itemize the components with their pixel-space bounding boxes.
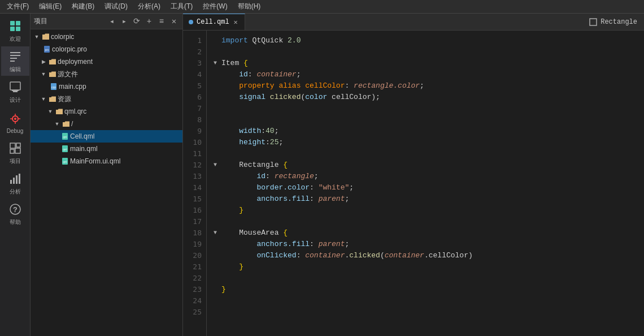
project-toolbar: 项目 ◂ ▸ ⟳ + ≡ ✕ xyxy=(31,14,182,29)
tree-item-colorpic-pro[interactable]: pro colorpic.pro xyxy=(31,43,182,55)
code-indent-19 xyxy=(221,239,256,250)
tab-cell-qml[interactable]: Cell.qml ✕ xyxy=(183,14,245,31)
code-anchors-fill-key-19: anchors.fill xyxy=(256,239,310,250)
line-num-4: 4 xyxy=(183,69,206,80)
fold-arrow-item[interactable]: ▼ xyxy=(214,58,221,69)
project-panel: 项目 ◂ ▸ ⟳ + ≡ ✕ ▼ colorpic pro colorpic xyxy=(31,14,183,336)
tree-item-main-qml[interactable]: qml main.qml xyxy=(31,143,182,155)
code-container-val: container xyxy=(256,69,296,80)
code-line-4: id : container ; xyxy=(214,69,639,80)
code-color-type: color xyxy=(305,92,327,103)
folder-resources-icon xyxy=(49,95,56,103)
code-colon-20: : xyxy=(297,250,306,261)
tree-item-cell-qml[interactable]: qml Cell.qml xyxy=(31,130,182,143)
svg-rect-3 xyxy=(16,27,20,31)
code-indent-20 xyxy=(221,250,256,261)
code-line-14: border.color : "white" ; xyxy=(214,182,639,193)
code-container-clicked: container xyxy=(305,250,345,261)
tab-close-cell-qml[interactable]: ✕ xyxy=(233,18,239,27)
code-editor: 1 2 3 4 5 6 7 8 9 10 11 12 13 14 15 16 1… xyxy=(183,31,644,336)
close-panel-button[interactable]: ✕ xyxy=(169,16,179,27)
svg-rect-0 xyxy=(10,21,15,25)
code-parent-val-15: parent xyxy=(319,193,345,205)
fold-placeholder-16 xyxy=(214,205,221,216)
tree-label-colorpic: colorpic xyxy=(51,33,74,41)
tree-item-main-cpp[interactable]: cpp main.cpp xyxy=(31,80,182,93)
expand-arrow-resources-icon: ▼ xyxy=(40,95,47,103)
fold-arrow-mousearea[interactable]: ▼ xyxy=(214,227,221,239)
code-line-21: } xyxy=(214,261,639,273)
code-rect-brace: { xyxy=(283,160,288,171)
tree-item-qmlqrc[interactable]: ▼ qml.qrc xyxy=(31,105,182,118)
menu-build[interactable]: 构建(B) xyxy=(67,1,99,12)
sidebar-item-edit[interactable]: 编辑 xyxy=(1,46,29,76)
svg-rect-20 xyxy=(15,148,20,153)
svg-rect-2 xyxy=(10,27,15,31)
main-layout: 欢迎 编辑 设计 xyxy=(0,14,644,336)
folder-source-icon xyxy=(49,70,56,78)
file-pro-icon: pro xyxy=(43,45,51,53)
code-line-6: signal clicked ( color cellColor ); xyxy=(214,92,639,103)
menu-file[interactable]: 文件(F) xyxy=(2,1,33,12)
fold-arrow-rect[interactable]: ▼ xyxy=(214,160,221,171)
sync-button[interactable]: ⟳ xyxy=(132,16,142,27)
design-label: 设计 xyxy=(10,96,21,104)
tree-label-deployment: deployment xyxy=(58,58,93,66)
line-num-17: 17 xyxy=(183,216,206,227)
tree-item-deployment[interactable]: ▶ deployment xyxy=(31,55,182,68)
sidebar-item-analyze[interactable]: 分析 xyxy=(1,169,29,198)
code-height-val: 25 xyxy=(270,137,279,148)
tree-item-sourcefile[interactable]: ▼ 源文件 xyxy=(31,68,182,80)
code-version: 2.0 xyxy=(288,35,301,46)
code-line-17 xyxy=(214,216,639,227)
filter-button[interactable]: ≡ xyxy=(156,16,167,27)
tab-rectangle[interactable]: Rectangle xyxy=(582,18,644,26)
fold-placeholder-2 xyxy=(214,46,221,58)
menu-edit[interactable]: 编辑(E) xyxy=(34,1,66,12)
sidebar-item-welcome[interactable]: 欢迎 xyxy=(1,16,29,45)
tree-label-resources: 资源 xyxy=(58,94,71,104)
svg-rect-5 xyxy=(10,55,20,56)
sidebar-item-project[interactable]: 项目 xyxy=(1,138,29,167)
add-button[interactable]: + xyxy=(144,16,154,27)
nav-back-button[interactable]: ◂ xyxy=(107,16,117,27)
code-rectangle-color: rectangle.color xyxy=(354,80,420,92)
menu-tools[interactable]: 工具(T) xyxy=(166,1,197,12)
code-mousearea-brace: { xyxy=(283,227,288,239)
code-dot2-20: . xyxy=(424,250,429,261)
menu-control[interactable]: 控件(W) xyxy=(198,1,232,12)
code-white-val: "white" xyxy=(319,182,350,193)
code-indent-12 xyxy=(221,160,239,171)
fold-placeholder-13 xyxy=(214,171,221,182)
line-num-19: 19 xyxy=(183,239,206,250)
folder-deployment-icon xyxy=(49,58,56,66)
tree-item-resources[interactable]: ▼ 资源 xyxy=(31,93,182,105)
tab-bar: Cell.qml ✕ Rectangle xyxy=(183,14,644,31)
tab-label-cell-qml: Cell.qml xyxy=(197,18,229,26)
menu-debug[interactable]: 调试(D) xyxy=(100,1,132,12)
menu-analyze[interactable]: 分析(A) xyxy=(133,1,165,12)
tree-item-colorpic[interactable]: ▼ colorpic xyxy=(31,31,182,43)
debug-label: Debug xyxy=(7,128,23,134)
code-colon-13: : xyxy=(266,171,275,182)
tree-item-mainform-qml[interactable]: qml MainForm.ui.qml xyxy=(31,155,182,167)
file-main-qml-icon: qml xyxy=(61,145,69,153)
sidebar-item-help[interactable]: ? 帮助 xyxy=(1,199,29,229)
code-cellcolor-20: cellColor xyxy=(429,250,468,261)
tab-dot-cell xyxy=(189,20,193,24)
sidebar-item-design[interactable]: 设计 xyxy=(1,77,29,106)
code-content[interactable]: import QtQuick 2.0 ▼ Item { xyxy=(207,31,644,336)
code-line-18: ▼ MouseArea { xyxy=(214,227,639,239)
tree-item-slash[interactable]: ▼ / xyxy=(31,118,182,130)
code-property-kw: property alias xyxy=(239,80,301,92)
line-num-16: 16 xyxy=(183,205,206,216)
menu-help[interactable]: 帮助(H) xyxy=(233,1,266,12)
debug-icon xyxy=(7,111,23,127)
svg-text:?: ? xyxy=(13,206,18,214)
fold-placeholder-4 xyxy=(214,69,221,80)
nav-forward-button[interactable]: ▸ xyxy=(119,16,129,27)
code-container-2: container xyxy=(385,250,424,261)
folder-qmlqrc-icon xyxy=(55,107,63,115)
sidebar-item-debug[interactable]: Debug xyxy=(1,107,29,137)
code-colon-9: : xyxy=(261,126,266,137)
